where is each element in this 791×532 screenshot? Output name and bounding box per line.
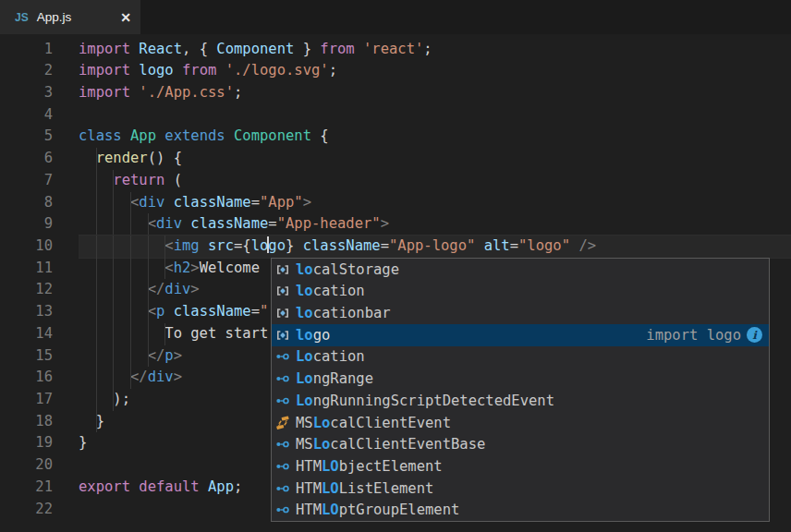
indent-guide xyxy=(113,345,114,368)
line-number: 19 xyxy=(0,432,53,454)
suggestion-item[interactable]: logoimport logoi xyxy=(272,324,769,346)
code-line[interactable]: 6render() { xyxy=(0,148,791,170)
suggestion-item[interactable]: Location xyxy=(272,346,769,369)
javascript-file-icon: JS xyxy=(15,11,29,24)
info-icon[interactable]: i xyxy=(747,327,762,343)
intellisense-popup: localStoragelocationlocationbarlogoimpor… xyxy=(271,258,770,523)
indent-guide xyxy=(96,411,97,433)
class-icon xyxy=(275,371,290,386)
indent-guide xyxy=(96,170,97,192)
suggestion-item[interactable]: HTMLObjectElement xyxy=(272,455,769,478)
code-line-content[interactable]: import logo from './logo.svg'; xyxy=(79,60,791,82)
indent-guide xyxy=(130,279,131,301)
code-line[interactable]: 10<img src={logo} className="App-logo" a… xyxy=(0,236,791,258)
class-icon xyxy=(275,393,290,408)
line-number: 12 xyxy=(0,279,53,301)
indent-guide xyxy=(130,236,131,258)
suggestion-item[interactable]: LongRunningScriptDetectedEvent xyxy=(272,390,769,412)
suggestion-label: localStorage xyxy=(296,261,399,278)
indent-guide xyxy=(113,389,114,411)
indent-guide xyxy=(113,279,114,301)
line-number: 1 xyxy=(0,39,53,61)
suggestion-item[interactable]: LongRange xyxy=(272,368,769,390)
code-line-content[interactable]: import './App.css'; xyxy=(79,82,791,104)
line-number: 3 xyxy=(0,82,53,104)
indent-guide xyxy=(96,389,97,411)
suggestion-item[interactable]: HTMLOptGroupElement xyxy=(272,500,769,522)
class-icon xyxy=(275,437,290,452)
indent-guide xyxy=(96,236,97,258)
indent-guide xyxy=(148,323,149,345)
line-number: 4 xyxy=(0,104,53,127)
suggestion-label: LongRunningScriptDetectedEvent xyxy=(296,393,554,409)
indent-guide xyxy=(113,301,114,323)
indent-guide xyxy=(113,236,114,258)
suggestion-label: LongRange xyxy=(296,370,373,387)
code-line-content[interactable]: <div className="App-header"> xyxy=(79,213,791,236)
code-line[interactable]: 1import React, { Component } from 'react… xyxy=(0,39,791,61)
indent-guide xyxy=(96,323,97,345)
code-line-content[interactable]: <img src={logo} className="App-logo" alt… xyxy=(79,236,791,258)
indent-guide xyxy=(96,148,97,170)
code-line-content[interactable] xyxy=(79,104,791,127)
code-line[interactable]: 8<div className="App"> xyxy=(0,192,791,214)
indent-guide xyxy=(148,279,149,301)
line-number: 10 xyxy=(0,236,53,258)
indent-guide xyxy=(148,345,149,368)
suggestion-item[interactable]: localStorage xyxy=(272,259,769,281)
class-icon xyxy=(275,481,290,496)
suggestion-item[interactable]: location xyxy=(272,280,769,302)
code-line[interactable]: 4 xyxy=(0,104,791,127)
event-icon xyxy=(275,416,290,430)
indent-guide xyxy=(130,345,131,368)
indent-guide xyxy=(130,301,131,323)
indent-guide xyxy=(130,367,131,389)
property-icon xyxy=(275,328,290,343)
line-number: 2 xyxy=(0,60,53,82)
tab-appjs[interactable]: JS App.js ✕ xyxy=(0,0,140,34)
line-number: 11 xyxy=(0,258,53,280)
suggestion-label: HTMLOptGroupElement xyxy=(296,502,459,518)
indent-guide xyxy=(113,367,114,389)
code-line[interactable]: 7return ( xyxy=(0,170,791,192)
line-number: 22 xyxy=(0,499,53,521)
suggestion-label: MSLocalClientEvent xyxy=(296,415,451,431)
class-icon xyxy=(275,459,290,474)
suggestion-item[interactable]: HTMLOListElement xyxy=(272,478,769,500)
indent-guide xyxy=(164,236,165,258)
code-line-content[interactable]: <div className="App"> xyxy=(79,192,791,214)
line-number: 8 xyxy=(0,192,53,214)
indent-guide xyxy=(130,192,131,214)
suggestion-label: logo xyxy=(296,327,330,344)
class-icon xyxy=(275,502,290,517)
code-line-content[interactable]: return ( xyxy=(79,170,791,192)
code-line-content[interactable]: import React, { Component } from 'react'… xyxy=(79,39,791,61)
code-line-content[interactable]: render() { xyxy=(79,148,791,170)
indent-guide xyxy=(96,258,97,280)
indent-guide xyxy=(96,192,97,214)
indent-guide xyxy=(113,323,114,345)
property-icon xyxy=(275,262,290,277)
line-number: 9 xyxy=(0,213,53,236)
suggestion-label: locationbar xyxy=(296,305,391,321)
code-line[interactable]: 5class App extends Component { xyxy=(0,126,791,148)
property-icon xyxy=(275,284,290,298)
indent-guide xyxy=(148,236,149,258)
indent-guide xyxy=(148,301,149,323)
vscode-window: JS App.js ✕ 1import React, { Component }… xyxy=(0,0,791,532)
suggestion-item[interactable]: locationbar xyxy=(272,302,769,324)
suggestion-detail: import logo xyxy=(646,327,741,344)
suggestion-item[interactable]: MSLocalClientEvent xyxy=(272,412,769,434)
code-line-content[interactable]: class App extends Component { xyxy=(79,126,791,148)
suggestion-item[interactable]: MSLocalClientEventBase xyxy=(272,433,769,455)
code-line[interactable]: 9<div className="App-header"> xyxy=(0,213,791,236)
code-line[interactable]: 3import './App.css'; xyxy=(0,82,791,104)
indent-guide xyxy=(148,258,149,280)
indent-guide xyxy=(113,213,114,236)
line-number: 20 xyxy=(0,454,53,477)
code-line[interactable]: 2import logo from './logo.svg'; xyxy=(0,60,791,82)
class-icon xyxy=(275,349,290,364)
indent-guide xyxy=(148,213,149,236)
line-number: 13 xyxy=(0,301,53,323)
close-icon[interactable]: ✕ xyxy=(120,10,131,25)
